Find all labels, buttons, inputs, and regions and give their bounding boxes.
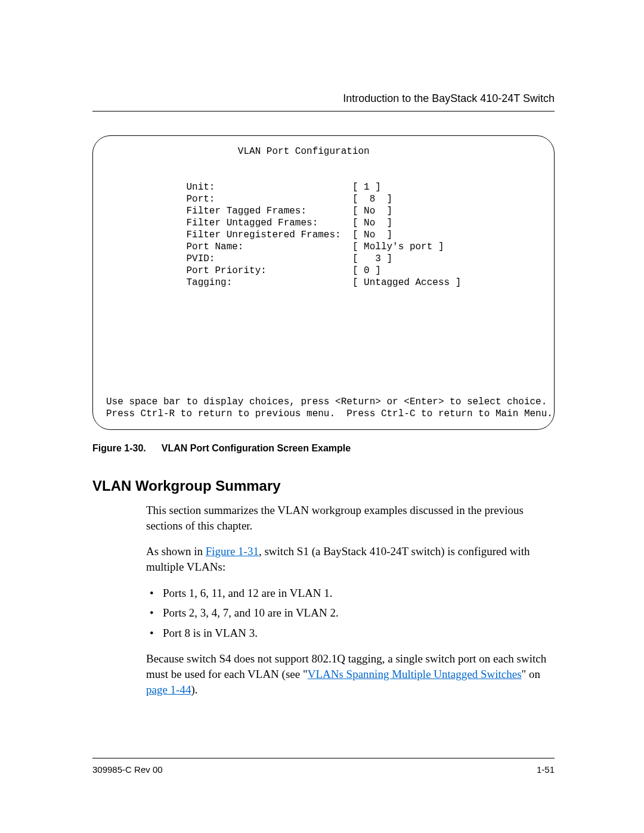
console-value-port: [ 8 ] (352, 194, 392, 205)
text-run: As shown in (146, 545, 206, 558)
console-help-line-1: Use space bar to display choices, press … (106, 397, 547, 407)
console-value-tagging: [ Untagged Access ] (352, 277, 461, 288)
console-label-port-priority: Port Priority: (186, 265, 266, 276)
document-id: 309985-C Rev 00 (92, 764, 163, 775)
text-run: " on (522, 668, 541, 680)
page-cross-reference-link[interactable]: page 1-44 (146, 683, 191, 696)
section-cross-reference-link[interactable]: VLANs Spanning Multiple Untagged Switche… (308, 668, 522, 680)
page-footer: 309985-C Rev 00 1-51 (92, 758, 555, 775)
console-label-port-name: Port Name: (186, 241, 243, 252)
console-label-filter-untagged: Filter Untagged Frames: (186, 218, 318, 228)
list-item: Ports 1, 6, 11, and 12 are in VLAN 1. (146, 586, 555, 601)
console-value-filter-tagged: [ No ] (352, 206, 392, 216)
console-label-filter-tagged: Filter Tagged Frames: (186, 206, 306, 216)
figure-caption-text: VLAN Port Configuration Screen Example (162, 443, 351, 453)
paragraph: As shown in Figure 1-31, switch S1 (a Ba… (146, 544, 555, 574)
list-item: Ports 2, 3, 4, 7, and 10 are in VLAN 2. (146, 605, 555, 621)
console-value-unit: [ 1 ] (352, 182, 381, 193)
console-value-port-name: [ Molly's port ] (352, 241, 444, 252)
console-label-port: Port: (186, 194, 215, 205)
footer-rule (92, 758, 555, 758)
console-value-port-priority: [ 0 ] (352, 265, 381, 276)
running-header: Introduction to the BayStack 410-24T Swi… (92, 92, 555, 105)
console-title: VLAN Port Configuration (238, 146, 370, 157)
console-screen: VLAN Port Configuration Unit: [ 1 ] Port… (92, 135, 555, 430)
figure-label: Figure 1-30. (92, 443, 146, 453)
list-item: Port 8 is in VLAN 3. (146, 625, 555, 641)
console-help-line-2: Press Ctrl-R to return to previous menu.… (106, 408, 553, 419)
console-value-filter-unreg: [ No ] (352, 230, 392, 240)
text-run: ). (191, 683, 197, 696)
console-value-pvid: [ 3 ] (352, 253, 392, 264)
console-value-filter-untagged: [ No ] (352, 218, 392, 228)
section-heading: VLAN Workgroup Summary (92, 478, 555, 494)
section-body: This section summarizes the VLAN workgro… (146, 503, 555, 697)
figure-cross-reference-link[interactable]: Figure 1-31 (206, 545, 259, 558)
bullet-list: Ports 1, 6, 11, and 12 are in VLAN 1. Po… (146, 586, 555, 641)
console-label-tagging: Tagging: (186, 277, 232, 288)
paragraph: Because switch S4 does not support 802.1… (146, 651, 555, 697)
figure-caption: Figure 1-30.VLAN Port Configuration Scre… (92, 443, 555, 454)
header-rule (92, 111, 555, 112)
page-number: 1-51 (537, 764, 555, 775)
console-label-filter-unreg: Filter Unregistered Frames: (186, 230, 340, 240)
document-page: Introduction to the BayStack 410-24T Swi… (0, 0, 644, 833)
paragraph: This section summarizes the VLAN workgro… (146, 503, 555, 533)
console-label-unit: Unit: (186, 182, 215, 193)
console-label-pvid: PVID: (186, 253, 215, 264)
